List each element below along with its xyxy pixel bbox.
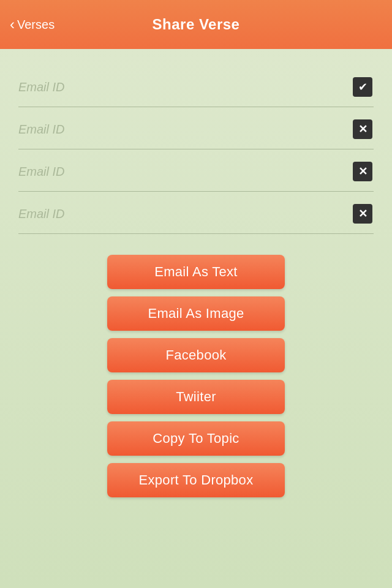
email-row-0: ✔ (18, 67, 374, 107)
header: ‹ Verses Share Verse (0, 0, 392, 49)
share-button-2[interactable]: Facebook (107, 338, 285, 372)
share-button-3[interactable]: Twiiter (107, 380, 285, 414)
button-group: Email As TextEmail As ImageFacebookTwiit… (107, 255, 285, 497)
back-label: Verses (17, 18, 55, 32)
email-input-0[interactable] (18, 80, 352, 94)
email-input-3[interactable] (18, 207, 352, 221)
checkbox-x-icon[interactable]: ✕ (352, 118, 374, 140)
email-row-1: ✕ (18, 110, 374, 149)
email-row-3: ✕ (18, 194, 374, 234)
email-rows: ✔✕✕✕ (18, 67, 374, 236)
share-button-4[interactable]: Copy To Topic (107, 421, 285, 456)
email-input-2[interactable] (18, 165, 352, 179)
share-button-0[interactable]: Email As Text (107, 255, 285, 289)
email-input-1[interactable] (18, 123, 352, 137)
back-arrow-icon: ‹ (10, 16, 15, 33)
back-button[interactable]: ‹ Verses (10, 16, 55, 33)
main-content: ✔✕✕✕ Email As TextEmail As ImageFacebook… (0, 49, 392, 588)
checkbox-x-icon[interactable]: ✕ (352, 203, 374, 225)
share-button-5[interactable]: Export To Dropbox (107, 463, 285, 497)
email-row-2: ✕ (18, 152, 374, 192)
share-button-1[interactable]: Email As Image (107, 296, 285, 331)
page-title: Share Verse (153, 16, 240, 33)
checkbox-x-icon[interactable]: ✕ (352, 160, 374, 183)
checkbox-checked-icon[interactable]: ✔ (352, 76, 374, 98)
